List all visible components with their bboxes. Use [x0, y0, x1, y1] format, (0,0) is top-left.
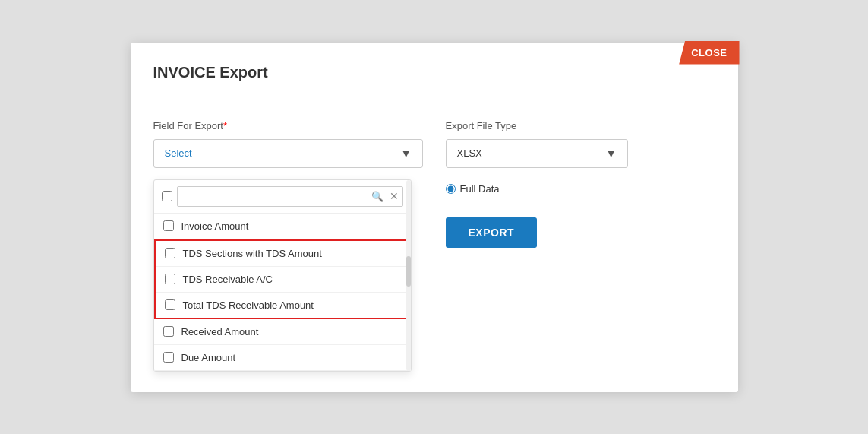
highlighted-group: TDS Sections with TDS Amount TDS Receiva…	[154, 239, 411, 319]
file-type-chevron-icon: ▼	[606, 147, 617, 160]
item-label-total-tds-receivable: Total TDS Receivable Amount	[183, 299, 314, 311]
select-placeholder-label: Select	[165, 147, 192, 159]
dropdown-item-due-amount[interactable]: Due Amount	[154, 345, 411, 371]
radio-full-data[interactable]	[446, 184, 456, 194]
file-type-value: XLSX	[457, 147, 482, 159]
checkbox-received-amount[interactable]	[163, 326, 174, 337]
checkbox-total-tds-receivable[interactable]	[165, 299, 175, 310]
modal-body: Field For Export* Select ▼ 🔍 ✕	[131, 97, 738, 271]
modal-overlay: CLOSE INVOICE Export Field For Export* S…	[0, 0, 868, 434]
checkbox-due-amount[interactable]	[163, 352, 174, 363]
dropdown-panel: 🔍 ✕ Invoice Amount TDS Sections with	[153, 179, 412, 372]
chevron-down-icon: ▼	[401, 147, 412, 160]
select-all-checkbox[interactable]	[162, 191, 172, 201]
field-select[interactable]: Select ▼	[153, 139, 423, 168]
item-label-due-amount: Due Amount	[181, 352, 236, 363]
scrollbar-thumb[interactable]	[406, 256, 411, 287]
dropdown-item-tds-receivable-ac[interactable]: TDS Receivable A/C	[156, 267, 409, 293]
right-section: Export File Type XLSX ▼ Full Data EXPORT	[446, 120, 715, 248]
clear-icon[interactable]: ✕	[390, 190, 399, 202]
search-input-wrapper: 🔍 ✕	[177, 186, 403, 207]
modal-title: INVOICE Export	[131, 43, 738, 97]
item-label-invoice-amount: Invoice Amount	[181, 220, 249, 232]
radio-option-full-data[interactable]: Full Data	[446, 183, 500, 195]
export-button[interactable]: EXPORT	[446, 217, 538, 248]
close-button[interactable]: CLOSE	[679, 41, 739, 65]
item-label-received-amount: Received Amount	[181, 326, 259, 337]
item-label-tds-receivable-ac: TDS Receivable A/C	[183, 274, 273, 285]
field-for-export-label: Field For Export*	[153, 120, 423, 131]
file-type-select[interactable]: XLSX ▼	[446, 139, 628, 168]
dropdown-item-tds-sections[interactable]: TDS Sections with TDS Amount	[156, 241, 409, 267]
export-file-type-label: Export File Type	[446, 120, 715, 131]
dropdown-search-row: 🔍 ✕	[154, 180, 411, 214]
dropdown-item-received-amount[interactable]: Received Amount	[154, 319, 411, 345]
modal-dialog: CLOSE INVOICE Export Field For Export* S…	[131, 43, 738, 392]
checkbox-tds-sections[interactable]	[165, 248, 175, 258]
dropdown-item-invoice-amount[interactable]: Invoice Amount	[154, 214, 411, 239]
radio-full-data-label: Full Data	[460, 183, 500, 195]
item-label-tds-sections: TDS Sections with TDS Amount	[183, 248, 322, 259]
scrollbar-track	[406, 180, 411, 371]
checkbox-invoice-amount[interactable]	[163, 220, 174, 231]
data-options-row: Full Data	[446, 183, 715, 195]
dropdown-item-total-tds-receivable[interactable]: Total TDS Receivable Amount	[156, 293, 409, 318]
left-section: Field For Export* Select ▼ 🔍 ✕	[153, 120, 423, 248]
search-input[interactable]	[177, 186, 403, 207]
checkbox-tds-receivable-ac[interactable]	[165, 274, 175, 284]
